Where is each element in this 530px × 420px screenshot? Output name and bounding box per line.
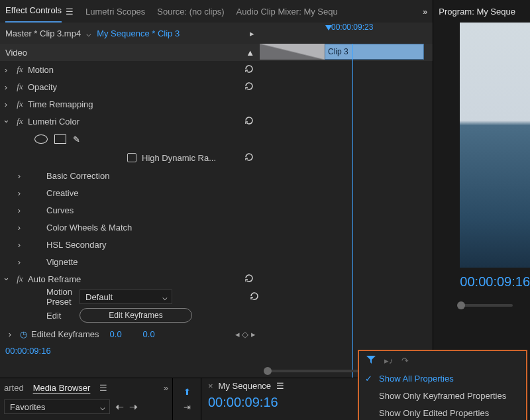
pen-mask-icon[interactable]: ✎ <box>73 134 80 144</box>
chevron-down-icon: ⌵ <box>162 292 168 302</box>
lumetri-hsl-secondary[interactable]: HSL Secondary <box>0 236 260 253</box>
clip-segment-prev[interactable] <box>260 44 325 60</box>
chevron-down-icon: ⌵ <box>100 402 105 412</box>
tabs-overflow-icon[interactable]: » <box>423 7 427 17</box>
reset-icon[interactable] <box>241 273 254 286</box>
expand-icon[interactable] <box>13 188 25 198</box>
program-timecode[interactable]: 00:00:09:16 <box>460 274 530 289</box>
lumetri-basic-correction[interactable]: Basic Correction <box>0 167 260 184</box>
mini-timeline[interactable]: 00:00:09:23 <box>260 23 433 44</box>
fx-motion[interactable]: fx Motion <box>0 61 260 78</box>
panel-tabs: Effect Controls ☰ Lumetri Scopes Source:… <box>0 0 433 23</box>
filter-icon[interactable] <box>366 355 376 366</box>
panel-menu-icon[interactable]: ☰ <box>276 381 284 391</box>
audio-properties-icon[interactable]: ▸♪ <box>384 356 394 366</box>
playhead-timecode: 00:00:09:23 <box>331 23 373 32</box>
tab-program-monitor[interactable]: Program: My Seque <box>439 7 515 17</box>
menu-show-edited[interactable]: Show Only Edited Properties <box>359 404 526 420</box>
keyframe-nav[interactable]: ◂ ◇ ▸ <box>235 329 256 339</box>
collapse-up-icon[interactable]: ▲ <box>246 48 254 58</box>
expand-icon[interactable] <box>13 205 25 215</box>
reset-icon[interactable] <box>241 64 254 76</box>
fx-badge-icon[interactable]: fx <box>12 274 28 284</box>
lumetri-vignette[interactable]: Vignette <box>0 253 260 270</box>
panel-menu-icon[interactable]: ☰ <box>99 383 107 393</box>
lumetri-creative[interactable]: Creative <box>0 184 260 201</box>
motion-preset-dropdown[interactable]: Default ⌵ <box>80 289 172 304</box>
ek-value-a[interactable]: 0.0 <box>110 329 143 339</box>
tab-source[interactable]: Source: (no clips) <box>157 0 224 23</box>
favorites-dropdown[interactable]: Favorites ⌵ <box>4 399 110 414</box>
fx-lumetri-color[interactable]: fx Lumetri Color <box>0 113 260 130</box>
edited-keyframes-row[interactable]: ◷ Edited Keyframes 0.0 0.0 ◂ ◇ ▸ <box>0 325 260 343</box>
sub-label: HSL Secondary <box>25 240 107 250</box>
close-icon[interactable]: × <box>208 381 213 391</box>
tabs-overflow-icon[interactable]: » <box>164 383 168 393</box>
menu-show-all[interactable]: ✓ Show All Properties <box>359 370 526 387</box>
fx-badge-icon[interactable]: fx <box>12 116 28 127</box>
lumetri-curves[interactable]: Curves <box>0 201 260 219</box>
ellipse-mask-icon[interactable] <box>34 134 48 144</box>
expand-icon[interactable] <box>13 257 25 267</box>
fx-badge-icon[interactable]: fx <box>12 81 28 92</box>
lumetri-color-wheels[interactable]: Color Wheels & Match <box>0 219 260 236</box>
expand-icon[interactable] <box>13 240 25 250</box>
share-icon[interactable]: ↷ <box>401 356 409 366</box>
program-monitor-preview[interactable] <box>460 23 530 268</box>
collapse-icon[interactable] <box>0 117 12 127</box>
hdr-checkbox[interactable] <box>127 153 136 162</box>
panel-menu-icon[interactable]: ☰ <box>66 7 74 17</box>
tab-media-browser[interactable]: Media Browser <box>33 383 91 393</box>
collapse-icon[interactable] <box>0 274 12 284</box>
selection-tool-icon[interactable]: ⬆ <box>184 387 191 397</box>
menu-show-keyframed[interactable]: Show Only Keyframed Properties <box>359 387 526 404</box>
tab-truncated-left[interactable]: arted <box>4 383 24 393</box>
fx-label: Time Remapping <box>28 99 254 109</box>
ek-value-b[interactable]: 0.0 <box>143 329 176 339</box>
chevron-down-icon[interactable]: ⌵ <box>86 28 91 38</box>
breadcrumb-sequence[interactable]: My Sequence * Clip 3 <box>97 28 180 38</box>
favorites-value: Favorites <box>10 402 45 412</box>
fx-badge-icon[interactable]: fx <box>12 64 28 75</box>
fx-badge-icon[interactable]: fx <box>12 99 28 109</box>
expand-icon[interactable] <box>13 223 25 233</box>
expand-icon[interactable] <box>0 82 12 92</box>
play-only-icon[interactable]: ▸ <box>250 28 254 38</box>
rect-mask-icon[interactable] <box>54 134 66 144</box>
clip-segment-current[interactable]: Clip 3 <box>325 44 424 60</box>
breadcrumb-master[interactable]: Master * Clip 3.mp4 <box>5 28 81 38</box>
program-scrollbar[interactable] <box>460 304 513 307</box>
expand-icon[interactable] <box>0 65 12 75</box>
fx-label: Lumetri Color <box>28 117 241 127</box>
sub-label: Creative <box>25 188 78 198</box>
edit-keyframes-button[interactable]: Edit Keyframes <box>80 308 192 323</box>
edited-keyframes-label: Edited Keyframes <box>31 329 99 339</box>
tab-lumetri-scopes[interactable]: Lumetri Scopes <box>85 0 145 23</box>
fx-auto-reframe[interactable]: fx Auto Reframe <box>0 270 260 288</box>
fx-time-remapping[interactable]: fx Time Remapping <box>0 95 260 113</box>
effect-controls-timecode[interactable]: 00:00:09:16 <box>0 343 260 359</box>
reset-icon[interactable] <box>241 152 254 164</box>
tab-effect-controls[interactable]: Effect Controls ☰ <box>5 0 74 23</box>
stopwatch-icon[interactable]: ◷ <box>20 329 27 339</box>
fx-opacity[interactable]: fx Opacity <box>0 78 260 95</box>
reset-icon[interactable] <box>241 115 254 128</box>
playhead-line[interactable] <box>352 44 353 378</box>
check-icon: ✓ <box>363 374 374 384</box>
expand-icon[interactable] <box>0 99 12 109</box>
nav-forward-icon[interactable]: 🠢 <box>129 402 138 412</box>
effect-controls-timeline[interactable]: Clip 3 <box>260 44 433 378</box>
expand-icon[interactable] <box>4 329 16 339</box>
motion-preset-label: Motion Preset <box>0 287 80 307</box>
nav-back-icon[interactable]: 🠠 <box>115 402 124 412</box>
reset-icon[interactable] <box>246 291 260 303</box>
tab-audio-mixer[interactable]: Audio Clip Mixer: My Sequ <box>237 0 338 23</box>
reset-icon[interactable] <box>241 81 254 93</box>
menu-label: Show Only Keyframed Properties <box>379 391 506 401</box>
expand-icon[interactable] <box>13 171 25 181</box>
track-select-tool-icon[interactable]: ⇥ <box>184 402 191 412</box>
sub-label: Color Wheels & Match <box>25 223 132 233</box>
motion-preset-value: Default <box>85 292 113 302</box>
video-section-header[interactable]: Video ▲ <box>0 44 260 61</box>
sequence-tab[interactable]: My Sequence <box>219 381 272 391</box>
